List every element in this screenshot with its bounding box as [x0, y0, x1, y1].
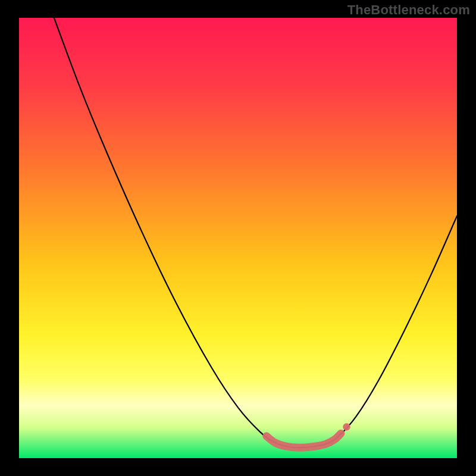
bottleneck-chart: [0, 0, 476, 476]
watermark-text: TheBottleneck.com: [347, 2, 470, 18]
highlight-end-dot: [343, 423, 350, 430]
chart-frame: TheBottleneck.com: [0, 0, 476, 476]
plot-background: [19, 18, 457, 458]
